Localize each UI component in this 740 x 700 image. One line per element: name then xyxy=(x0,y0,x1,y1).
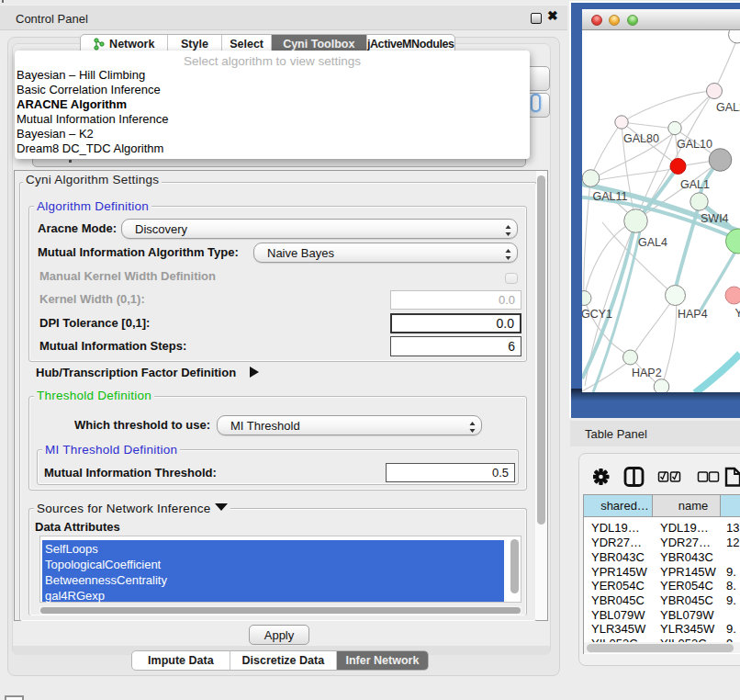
svg-text:Y: Y xyxy=(735,307,740,320)
svg-text:GAL1: GAL1 xyxy=(680,178,710,191)
svg-text:GAL10: GAL10 xyxy=(677,138,712,151)
svg-text:GAL2: GAL2 xyxy=(716,101,740,114)
svg-text:GAL4: GAL4 xyxy=(638,236,667,249)
svg-text:HAP4: HAP4 xyxy=(678,308,708,321)
svg-text:SWI4: SWI4 xyxy=(701,212,729,225)
svg-text:HAP2: HAP2 xyxy=(632,367,662,379)
svg-text:GCY1: GCY1 xyxy=(582,308,612,321)
svg-text:GAL11: GAL11 xyxy=(593,190,628,203)
svg-text:GAL80: GAL80 xyxy=(623,132,659,145)
